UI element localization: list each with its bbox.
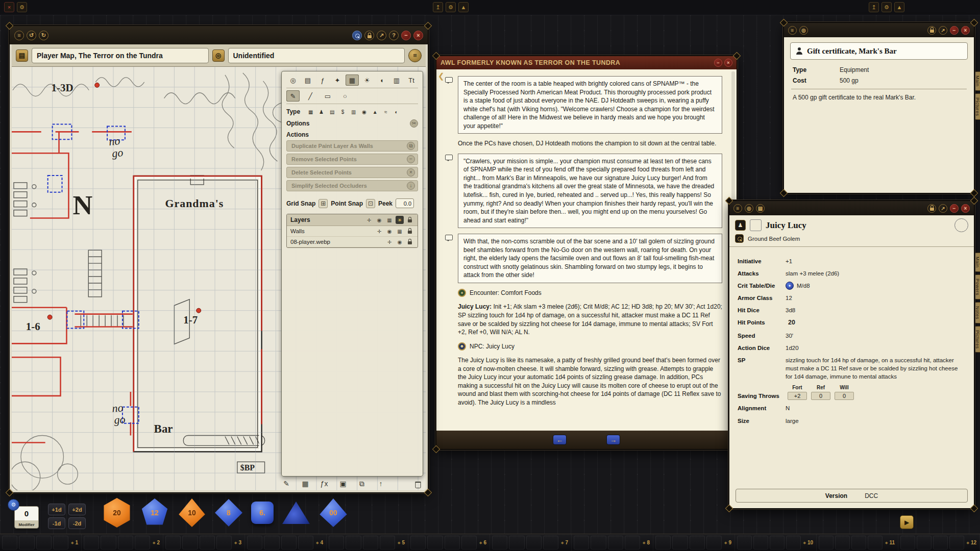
hotbar-slot[interactable] [101, 536, 116, 549]
hotbar-slot[interactable] [706, 536, 722, 549]
hotbar-slot[interactable] [737, 536, 752, 549]
select-tool-icon[interactable]: ◎ [286, 74, 300, 86]
story-body[interactable]: The center of the room is a table heaped… [436, 69, 737, 431]
minimize-icon[interactable]: − [714, 59, 722, 67]
item-description[interactable]: A 500 gp gift certificate to the real Ma… [793, 94, 968, 101]
raise-window-icon[interactable]: ↥ [433, 2, 443, 12]
lock-icon[interactable] [364, 31, 374, 40]
hotbar-group[interactable]: ◆ 12 [898, 534, 980, 551]
dice-settings-icon[interactable]: ⚙ [8, 499, 19, 511]
type-floor-icon[interactable]: ▥ [349, 108, 358, 116]
hotbar-slot[interactable] [118, 536, 133, 549]
token-icon[interactable]: ◎ [212, 49, 225, 62]
map-name-field[interactable] [228, 48, 405, 63]
close-app-icon[interactable]: × [4, 2, 14, 12]
type-value[interactable]: Equipment [840, 66, 869, 73]
mask-tool-icon[interactable]: ◖ [375, 74, 388, 86]
hotbar-group[interactable]: ◆ 8 [572, 534, 653, 551]
hotbar-slot[interactable] [786, 536, 801, 549]
die-d8[interactable]: 8 [215, 499, 242, 527]
hotbar-slot[interactable] [461, 536, 477, 549]
close-icon[interactable]: × [413, 31, 423, 40]
type-water-icon[interactable]: ≈ [381, 108, 390, 116]
hotbar-group[interactable]: ◆ 5 [327, 534, 408, 551]
hotbar-group[interactable]: ◆ 2 [82, 534, 163, 551]
anchor-icon[interactable]: ▲ [458, 2, 469, 12]
minus-1d-button[interactable]: -1d [48, 517, 65, 529]
close-icon[interactable]: × [961, 26, 970, 35]
die-d12[interactable]: 12 [140, 498, 169, 527]
hotbar-slot[interactable] [216, 536, 232, 549]
next-page-button[interactable]: → [606, 435, 620, 445]
menu-icon[interactable]: ≡ [14, 31, 24, 40]
npc-link[interactable]: ☻ NPC: Juicy Lucy [458, 342, 722, 351]
minimize-icon[interactable]: − [950, 204, 959, 213]
hotbar-slot[interactable] [949, 536, 964, 549]
die-icon[interactable]: ✦ [786, 282, 794, 290]
identify-icon[interactable] [735, 234, 744, 243]
encounter-link[interactable]: ✦ Encounter: Comfort Foods [458, 289, 722, 297]
action-icon[interactable]: ⧉ [407, 142, 415, 150]
rectangle-tool-icon[interactable]: ▭ [321, 90, 334, 102]
hotbar-group[interactable]: ◆ 6 [408, 534, 490, 551]
walls-grid-tool-icon[interactable]: ▦ [346, 74, 359, 86]
type-shade-icon[interactable]: ◐ [391, 108, 401, 116]
fort-save-value[interactable]: +2 [788, 392, 807, 400]
hotbar-group[interactable]: ◆ 7 [490, 534, 572, 551]
grid-snap-toggle[interactable]: ⊞ [318, 199, 328, 208]
menu-icon[interactable]: ≡ [788, 26, 797, 35]
remove-selected-points-action[interactable]: Remove Selected Points − [286, 154, 418, 165]
hotbar-slot[interactable] [917, 536, 932, 549]
npc-token[interactable] [954, 218, 968, 232]
hotbar-slot[interactable] [868, 536, 883, 549]
ref-save-value[interactable]: 0 [811, 392, 830, 400]
hotbar-slot[interactable] [329, 536, 344, 549]
hotbar-group[interactable]: ◆ 4 [245, 534, 327, 551]
type-mountain-icon[interactable]: ▲ [370, 108, 380, 116]
redo-icon[interactable]: ↻ [39, 31, 48, 40]
hotbar-slot[interactable] [591, 536, 606, 549]
grid-icon[interactable]: ▦ [396, 227, 404, 235]
pencil-tool-icon[interactable]: ✎ [286, 90, 300, 102]
hotbar-slot[interactable] [281, 536, 297, 549]
hotbar-slot[interactable] [655, 536, 671, 549]
visibility-icon[interactable]: ◉ [375, 216, 383, 224]
play-button[interactable]: ▶ [900, 515, 914, 529]
map-title-field[interactable] [32, 48, 209, 63]
text-tool-icon[interactable]: Tt [405, 74, 418, 86]
action-icon[interactable]: − [407, 155, 415, 163]
hotbar-slot[interactable] [53, 536, 68, 549]
npc-link-icon[interactable]: ☻ [458, 342, 466, 350]
type-wall-icon[interactable]: ▦ [306, 108, 315, 116]
zoom-icon[interactable] [352, 31, 362, 40]
hotbar-slot[interactable] [427, 536, 443, 549]
hotbar-slot[interactable] [445, 536, 460, 549]
minus-2d-button[interactable]: -2d [68, 517, 86, 529]
gear-icon[interactable]: ⚙ [881, 2, 892, 12]
lock-icon[interactable] [406, 216, 414, 224]
list-icon[interactable]: ▤ [16, 49, 28, 62]
effects-icon[interactable]: ƒx [319, 479, 329, 488]
close-icon[interactable]: × [724, 59, 732, 67]
lock-icon[interactable] [927, 26, 936, 35]
hotbar-slot[interactable] [900, 536, 915, 549]
move-icon[interactable]: ✛ [385, 238, 394, 246]
hotbar-slot[interactable] [410, 536, 426, 549]
die-d4[interactable] [282, 500, 310, 525]
effects-tool-icon[interactable]: ✦ [331, 74, 344, 86]
type-terrain-icon[interactable]: ▤ [327, 108, 337, 116]
hotbar-slot[interactable] [933, 536, 948, 549]
share-icon[interactable]: ↗ [377, 31, 386, 40]
function-tool-icon[interactable]: ƒ [316, 74, 329, 86]
undo-icon[interactable]: ↺ [27, 31, 36, 40]
hotbar-slot[interactable] [770, 536, 785, 549]
hotbar-group[interactable]: ◆ 11 [817, 534, 898, 551]
layer-row-image[interactable]: 08-player.webp ✛◉ [287, 237, 418, 247]
close-icon[interactable]: × [961, 204, 970, 213]
hotbar-slot[interactable] [819, 536, 834, 549]
layers-icon[interactable]: ▤ [756, 204, 765, 213]
action-icon[interactable]: × [407, 168, 415, 177]
hotbar-slot[interactable] [346, 536, 361, 549]
item-title-box[interactable]: Gift certificate, Mark's Bar [790, 42, 968, 60]
peek-input[interactable] [396, 198, 414, 208]
